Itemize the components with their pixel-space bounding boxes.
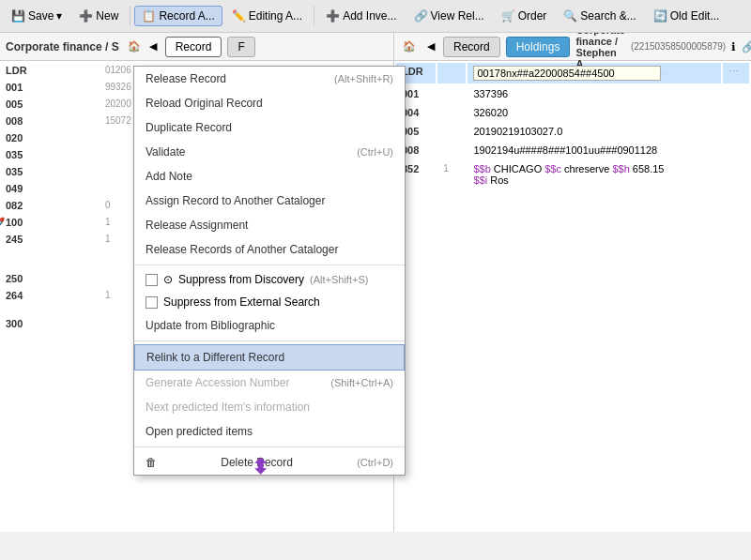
- generate-accession-item: Generate Accession Number (Shift+Ctrl+A): [134, 371, 405, 395]
- delete-record-shortcut: (Ctrl+D): [357, 457, 393, 468]
- menu-separator-1: [134, 265, 405, 265]
- add-inve-label: Add Inve...: [343, 9, 396, 23]
- generate-accession-label: Generate Accession Number: [146, 376, 289, 389]
- main-content: Corporate finance / S 🏠 ◀ Record F LDR 0…: [0, 33, 751, 532]
- new-button[interactable]: ➕ New: [71, 6, 126, 26]
- editing-a-button[interactable]: ✏️ Editing A...: [224, 6, 310, 26]
- suppress-external-checkbox[interactable]: [146, 296, 158, 309]
- menu-separator-3: [134, 446, 405, 447]
- assign-record-label: Assign Record to Another Cataloger: [146, 194, 325, 207]
- suppress-discovery-icon: ⊙: [163, 273, 173, 286]
- editing-a-label: Editing A...: [249, 9, 302, 23]
- menu-separator-2: [134, 341, 405, 341]
- toolbar-separator-2: [314, 6, 314, 26]
- release-assignment-item[interactable]: Release Assignment: [134, 213, 405, 237]
- view-rel-label: View Rel...: [431, 9, 484, 23]
- search-label: Search &...: [580, 9, 636, 23]
- order-button[interactable]: 🛒 Order: [494, 6, 555, 26]
- record-a-button[interactable]: 📋 Record A...: [134, 6, 222, 26]
- suppress-external-label: Suppress from External Search: [163, 295, 320, 309]
- next-predicted-label: Next predicted Item's information: [146, 401, 310, 414]
- order-label: Order: [518, 9, 547, 23]
- duplicate-record-label: Duplicate Record: [146, 121, 232, 134]
- new-label: New: [96, 9, 118, 23]
- record-dropdown-menu: Release Record (Alt+Shift+R) Reload Orig…: [133, 66, 406, 476]
- relink-different-record-label: Relink to a Different Record: [146, 351, 284, 364]
- editing-a-icon: ✏️: [232, 9, 246, 23]
- generate-accession-shortcut: (Shift+Ctrl+A): [330, 377, 393, 388]
- suppress-discovery-shortcut: (Alt+Shift+S): [310, 274, 368, 285]
- save-label: Save: [28, 9, 54, 23]
- next-predicted-item: Next predicted Item's information: [134, 395, 405, 419]
- toolbar-separator-1: [130, 6, 130, 26]
- view-rel-button[interactable]: 🔗 View Rel...: [406, 6, 492, 26]
- release-record-label: Release Record: [146, 72, 226, 85]
- validate-label: Validate: [146, 145, 185, 159]
- validate-shortcut: (Ctrl+U): [357, 146, 393, 158]
- update-bibliographic-item[interactable]: Update from Bibliographic: [134, 313, 405, 338]
- old-edit-label: Old Edit...: [670, 9, 720, 23]
- search-button[interactable]: 🔍 Search &...: [556, 6, 643, 26]
- duplicate-record-item[interactable]: Duplicate Record: [134, 115, 405, 140]
- delete-record-label: Delete Record: [221, 456, 293, 469]
- view-rel-icon: 🔗: [414, 9, 428, 23]
- search-icon: 🔍: [563, 9, 577, 23]
- suppress-discovery-checkbox[interactable]: [146, 274, 158, 286]
- suppress-discovery-item[interactable]: ⊙ Suppress from Discovery (Alt+Shift+S): [134, 268, 405, 291]
- suppress-external-item[interactable]: Suppress from External Search: [134, 291, 405, 313]
- release-record-shortcut: (Alt+Shift+R): [334, 73, 393, 84]
- add-note-item[interactable]: Add Note: [134, 164, 405, 189]
- delete-record-item[interactable]: 🗑 Delete Record (Ctrl+D): [134, 450, 405, 475]
- delete-record-icon: 🗑: [146, 456, 157, 469]
- release-assignment-label: Release Assignment: [146, 219, 248, 232]
- validate-item[interactable]: Validate (Ctrl+U): [134, 140, 405, 164]
- save-button[interactable]: 💾 Save ▾: [4, 6, 69, 26]
- add-inve-icon: ➕: [326, 9, 340, 23]
- release-records-another-label: Release Records of Another Cataloger: [146, 243, 338, 256]
- old-edit-icon: 🔄: [653, 9, 667, 23]
- old-edit-button[interactable]: 🔄 Old Edit...: [646, 6, 728, 26]
- reload-original-item[interactable]: Reload Original Record: [134, 91, 405, 115]
- suppress-discovery-label: Suppress from Discovery: [178, 273, 304, 286]
- record-a-label: Record A...: [159, 9, 214, 23]
- assign-record-item[interactable]: Assign Record to Another Cataloger: [134, 189, 405, 213]
- release-record-item[interactable]: Release Record (Alt+Shift+R): [134, 67, 405, 91]
- order-icon: 🛒: [501, 9, 515, 23]
- dropdown-overlay[interactable]: Release Record (Alt+Shift+R) Reload Orig…: [0, 33, 751, 532]
- add-note-label: Add Note: [146, 170, 192, 183]
- save-icon: 💾: [11, 9, 25, 23]
- open-predicted-item[interactable]: Open predicted items: [134, 419, 405, 444]
- open-predicted-label: Open predicted items: [146, 425, 253, 438]
- record-a-icon: 📋: [142, 9, 156, 23]
- add-inve-button[interactable]: ➕ Add Inve...: [318, 6, 404, 26]
- new-icon: ➕: [79, 9, 93, 23]
- save-dropdown-icon[interactable]: ▾: [56, 9, 62, 23]
- reload-original-label: Reload Original Record: [146, 97, 263, 110]
- main-toolbar: 💾 Save ▾ ➕ New 📋 Record A... ✏️ Editing …: [0, 0, 751, 33]
- relink-different-record-item[interactable]: Relink to a Different Record: [134, 344, 405, 371]
- update-bibliographic-label: Update from Bibliographic: [146, 319, 275, 332]
- release-records-another-item[interactable]: Release Records of Another Cataloger: [134, 237, 405, 262]
